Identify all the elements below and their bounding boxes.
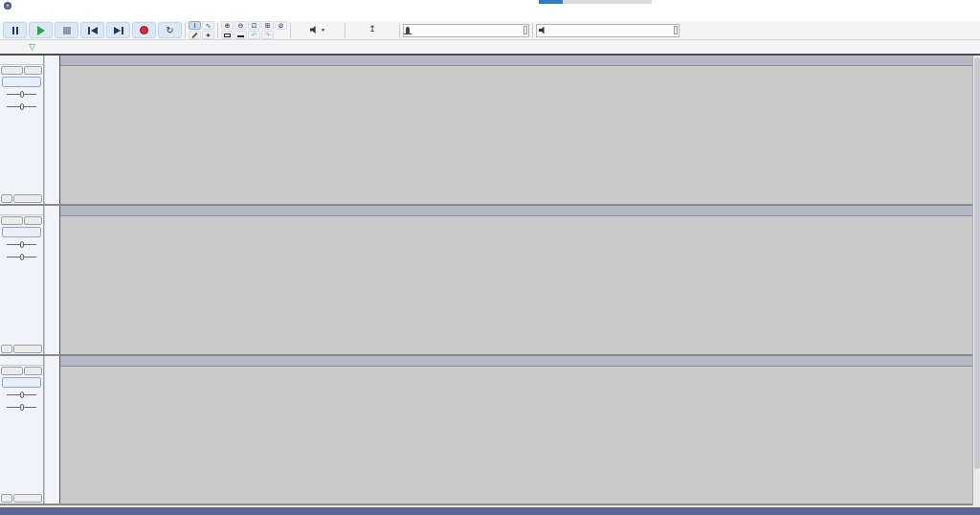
pan-slider-thumb[interactable] — [20, 404, 24, 411]
loop-icon: ↻ — [166, 26, 173, 35]
audacity-window: ↻ I ∿ ∗ ⊕ ⊖ ⊡ ⊞ ⊘ ↶ ↷ — [0, 0, 980, 515]
zoom-out-icon: ⊖ — [238, 22, 244, 29]
envelope-icon: ∿ — [206, 22, 212, 29]
track-control-panel — [0, 356, 44, 504]
zoom-toggle-button[interactable]: ⊘ — [275, 21, 287, 30]
screen-artifact-gray — [563, 0, 652, 4]
share-upload-icon: ↥ — [368, 26, 376, 33]
multi-tool-icon: ∗ — [206, 32, 212, 38]
waveform-canvas[interactable] — [60, 66, 972, 204]
collapse-button[interactable] — [1, 345, 12, 353]
track-format-info — [0, 113, 43, 115]
trim-icon — [224, 34, 231, 37]
mute-button[interactable] — [1, 367, 23, 375]
waveform-canvas[interactable] — [60, 367, 972, 504]
gain-slider-thumb[interactable] — [20, 241, 24, 248]
loop-button[interactable]: ↻ — [158, 22, 182, 38]
gain-slider-thumb[interactable] — [20, 392, 24, 398]
microphone-icon — [406, 27, 410, 34]
stop-button[interactable] — [55, 22, 78, 38]
menu-bar — [0, 11, 980, 21]
solo-button[interactable] — [24, 216, 42, 225]
fit-selection-button[interactable]: ⊡ — [248, 21, 260, 30]
zoom-out-button[interactable]: ⊖ — [234, 21, 247, 30]
clip-title-bar[interactable] — [60, 206, 972, 216]
silence-icon — [237, 34, 244, 37]
pan-slider-thumb[interactable] — [20, 103, 24, 110]
transport-toolbar: ↻ — [3, 22, 182, 38]
gain-slider[interactable] — [0, 389, 43, 401]
clip-indicator — [523, 26, 527, 34]
screen-artifact-blue — [539, 0, 563, 4]
timeline-ruler[interactable]: ▽ — [0, 40, 980, 56]
effects-button[interactable] — [2, 227, 41, 237]
audio-track-3 — [0, 356, 972, 505]
db-ruler[interactable] — [45, 206, 60, 354]
draw-tool-button[interactable] — [189, 31, 201, 39]
pause-icon — [12, 27, 18, 34]
gain-slider[interactable] — [0, 88, 43, 101]
gain-slider-thumb[interactable] — [20, 91, 24, 98]
redo-button[interactable]: ↷ — [261, 31, 274, 39]
gain-slider[interactable] — [0, 238, 43, 251]
speaker-icon — [539, 27, 547, 34]
play-button[interactable] — [29, 22, 53, 38]
pan-slider[interactable] — [0, 101, 43, 113]
playback-meter[interactable] — [536, 24, 679, 37]
pencil-icon — [191, 32, 197, 37]
record-button[interactable] — [132, 22, 156, 38]
skip-to-start-button[interactable] — [80, 22, 104, 38]
timeline-pin-icon[interactable]: ▽ — [29, 43, 35, 52]
tools-toolbar: I ∿ ∗ — [189, 21, 214, 39]
selection-tool-button[interactable]: I — [189, 21, 201, 30]
pause-button[interactable] — [3, 22, 27, 38]
waveform-area — [60, 356, 972, 504]
multi-tool-button[interactable]: ∗ — [202, 31, 214, 39]
skip-end-icon — [114, 27, 123, 34]
collapse-button[interactable] — [1, 494, 12, 503]
clip-title-bar[interactable] — [60, 356, 972, 367]
waveform-canvas[interactable] — [60, 216, 972, 354]
title-bar — [0, 0, 980, 11]
vertical-scrollbar[interactable] — [972, 56, 980, 505]
envelope-tool-button[interactable]: ∿ — [202, 21, 214, 30]
fit-project-button[interactable]: ⊞ — [261, 21, 274, 30]
redo-icon: ↷ — [265, 32, 271, 38]
silence-audio-button[interactable] — [234, 31, 247, 39]
pan-slider[interactable] — [0, 401, 43, 414]
tracks-area — [0, 56, 980, 505]
select-button[interactable] — [13, 194, 42, 203]
mute-button[interactable] — [1, 216, 23, 225]
toolbar: ↻ I ∿ ∗ ⊕ ⊖ ⊡ ⊞ ⊘ ↶ ↷ — [0, 21, 980, 40]
mute-button[interactable] — [1, 66, 23, 75]
share-audio-button[interactable]: ↥ — [348, 22, 396, 39]
collapse-button[interactable] — [1, 194, 12, 203]
caret-down-icon: ▼ — [321, 27, 325, 33]
select-button[interactable] — [13, 494, 42, 503]
db-ruler[interactable] — [45, 56, 60, 204]
vertical-scrollbar-thumb[interactable] — [974, 57, 980, 469]
ibeam-icon: I — [194, 22, 196, 29]
recording-meter[interactable] — [403, 24, 529, 37]
edit-toolbar: ⊕ ⊖ ⊡ ⊞ ⊘ ↶ ↷ — [221, 21, 287, 39]
pan-slider[interactable] — [0, 251, 43, 263]
db-ruler[interactable] — [45, 356, 60, 504]
zoom-in-button[interactable]: ⊕ — [221, 21, 234, 30]
skip-to-end-button[interactable] — [106, 22, 130, 38]
undo-button[interactable]: ↶ — [248, 31, 260, 39]
audio-track-2 — [0, 206, 972, 356]
clip-title-bar[interactable] — [60, 56, 972, 66]
track-control-panel — [0, 56, 44, 204]
effects-button[interactable] — [2, 77, 41, 87]
zoom-toggle-icon: ⊘ — [278, 22, 284, 29]
effects-button[interactable] — [2, 377, 41, 388]
stop-icon — [63, 27, 71, 34]
solo-button[interactable] — [24, 66, 42, 75]
select-button[interactable] — [13, 345, 42, 353]
pan-slider-thumb[interactable] — [20, 254, 24, 260]
audio-setup-button[interactable]: ▼ — [294, 22, 342, 39]
track-format-info — [0, 414, 43, 415]
play-icon — [37, 26, 45, 35]
solo-button[interactable] — [24, 367, 42, 375]
trim-audio-button[interactable] — [221, 31, 234, 39]
